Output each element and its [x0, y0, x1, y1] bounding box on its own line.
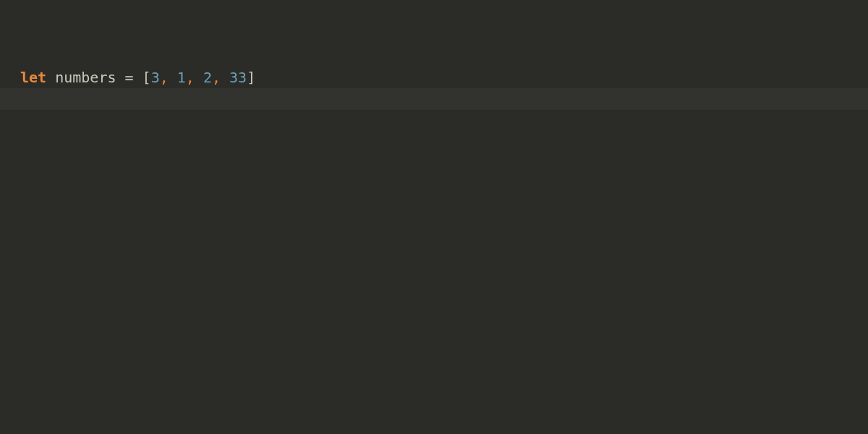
number-literal: 33 [229, 69, 247, 86]
whitespace [134, 69, 142, 86]
code-line-1[interactable]: let numbers = [3, 1, 2, 33] [0, 67, 868, 88]
bracket-open: [ [142, 69, 151, 86]
keyword-let: let [20, 69, 46, 86]
bracket-close: ] [247, 69, 255, 86]
whitespace [195, 69, 203, 86]
number-literal: 3 [151, 69, 160, 86]
number-literal: 2 [203, 69, 212, 86]
whitespace [46, 69, 55, 86]
number-literal: 1 [177, 69, 186, 86]
comma: , [160, 69, 169, 86]
identifier-numbers: numbers [55, 69, 116, 86]
whitespace [116, 69, 124, 86]
operator-equals: = [125, 69, 134, 86]
comma: , [186, 69, 195, 86]
comma: , [212, 69, 221, 86]
code-editor[interactable]: let numbers = [3, 1, 2, 33] [0, 0, 868, 434]
code-line-2-current[interactable] [0, 88, 868, 110]
whitespace [169, 69, 177, 86]
whitespace [221, 69, 229, 86]
